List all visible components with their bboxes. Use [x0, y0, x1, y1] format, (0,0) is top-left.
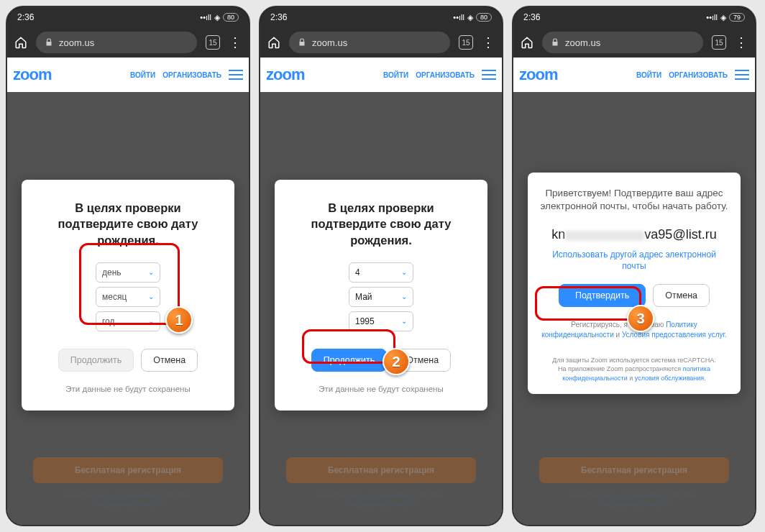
hamburger-icon[interactable] [229, 70, 243, 80]
chevron-down-icon: ⌄ [401, 317, 407, 325]
login-link[interactable]: ВОЙТИ [636, 71, 661, 79]
cancel-button[interactable]: Отмена [653, 284, 710, 307]
url-text: zoom.us [59, 37, 94, 48]
battery-indicator: 79 [729, 13, 745, 22]
browser-toolbar: zoom.us 15 ⋮ [7, 27, 249, 58]
tabs-button[interactable]: 15 [712, 35, 726, 50]
agreement-text: Регистрируясь, я принимаю Политику конфи… [539, 320, 729, 340]
tabs-button[interactable]: 15 [206, 35, 220, 50]
url-text: zoom.us [312, 37, 347, 48]
modal-title: В целях проверки подтвердите свою дату р… [36, 200, 220, 248]
wifi-icon: ◈ [720, 13, 726, 22]
cancel-button[interactable]: Отмена [141, 349, 198, 372]
chevron-down-icon: ⌄ [148, 268, 154, 276]
hamburger-icon[interactable] [735, 70, 749, 80]
lock-icon [45, 38, 53, 47]
login-link[interactable]: ВОЙТИ [383, 71, 408, 79]
menu-icon[interactable]: ⋮ [229, 35, 242, 50]
organize-link[interactable]: ОРГАНИЗОВАТЬ [162, 71, 221, 79]
lock-icon [298, 38, 306, 47]
chevron-down-icon: ⌄ [401, 268, 407, 276]
tabs-button[interactable]: 15 [459, 35, 473, 50]
terms-link[interactable]: Условия предоставления услуг [622, 331, 725, 339]
modal-footnote: Эти данные не будут сохранены [36, 385, 220, 393]
year-select[interactable]: год⌄ [96, 311, 160, 331]
captcha-terms-link[interactable]: условия обслуживания [635, 375, 704, 382]
organize-link[interactable]: ОРГАНИЗОВАТЬ [669, 71, 728, 79]
clock: 2:36 [17, 12, 34, 22]
hamburger-icon[interactable] [482, 70, 496, 80]
zoom-logo: zoom [266, 65, 304, 84]
organize-link[interactable]: ОРГАНИЗОВАТЬ [416, 71, 475, 79]
zoom-logo: zoom [13, 65, 51, 84]
dob-modal: В целях проверки подтвердите свою дату р… [22, 180, 234, 411]
url-field[interactable]: zoom.us [542, 32, 703, 53]
menu-icon[interactable]: ⋮ [735, 35, 748, 50]
continue-button[interactable]: Продолжить [58, 349, 134, 372]
confirm-email-modal: Приветствуем! Подтвердите ваш адрес элек… [528, 173, 741, 394]
url-text: zoom.us [565, 37, 600, 48]
status-bar: 2:36 ••ıll ◈ 80 [7, 7, 249, 27]
zoom-header: zoom ВОЙТИ ОРГАНИЗОВАТЬ [513, 58, 755, 92]
year-select[interactable]: 1995⌄ [349, 311, 413, 331]
phone-screenshot-3: 2:36 ••ıll ◈ 79 zoom.us 15 ⋮ zoom ВОЙТИ … [512, 6, 756, 526]
day-select[interactable]: день⌄ [96, 262, 160, 283]
signal-icon: ••ıll [453, 13, 464, 22]
month-select[interactable]: Май⌄ [349, 287, 413, 307]
phone-screenshot-2: 2:36 ••ıll ◈ 80 zoom.us 15 ⋮ zoom ВОЙТИ … [259, 6, 503, 526]
url-field[interactable]: zoom.us [289, 32, 450, 53]
clock: 2:36 [270, 12, 287, 22]
zoom-logo: zoom [519, 65, 557, 84]
continue-button[interactable]: Продолжить [311, 349, 387, 372]
modal-footnote: Эти данные не будут сохранены [289, 385, 473, 393]
confirm-button[interactable]: Подтвердить [559, 284, 646, 307]
battery-indicator: 80 [476, 13, 492, 22]
menu-icon[interactable]: ⋮ [482, 35, 495, 50]
zoom-header: zoom ВОЙТИ ОРГАНИЗОВАТЬ [260, 58, 502, 92]
status-bar: 2:36 ••ıll ◈ 79 [513, 7, 755, 27]
status-bar: 2:36 ••ıll ◈ 80 [260, 7, 502, 27]
email-redacted [565, 231, 644, 241]
wifi-icon: ◈ [214, 13, 220, 22]
modal-title: В целях проверки подтвердите свою дату р… [289, 200, 473, 248]
dob-modal: В целях проверки подтвердите свою дату р… [275, 180, 487, 411]
chevron-down-icon: ⌄ [148, 317, 154, 325]
browser-toolbar: zoom.us 15 ⋮ [260, 27, 502, 58]
email-display: knva95@list.ru [539, 227, 729, 242]
modal-title: Приветствуем! Подтвердите ваш адрес элек… [539, 187, 729, 213]
home-icon[interactable] [267, 36, 280, 49]
chevron-down-icon: ⌄ [401, 293, 407, 301]
signal-icon: ••ıll [706, 13, 718, 22]
clock: 2:36 [523, 12, 540, 22]
cancel-button[interactable]: Отмена [394, 349, 451, 372]
home-icon[interactable] [521, 36, 533, 49]
battery-indicator: 80 [223, 13, 239, 22]
login-link[interactable]: ВОЙТИ [130, 71, 155, 79]
month-select[interactable]: месяц⌄ [96, 287, 160, 307]
home-icon[interactable] [14, 36, 27, 49]
url-field[interactable]: zoom.us [36, 32, 197, 53]
use-other-email-link[interactable]: Использовать другой адрес электронной по… [539, 249, 729, 272]
recaptcha-notice: Для защиты Zoom используется система reC… [539, 356, 729, 383]
browser-toolbar: zoom.us 15 ⋮ [513, 27, 755, 58]
phone-screenshot-1: 2:36 ••ıll ◈ 80 zoom.us 15 ⋮ zoom ВОЙТИ … [6, 6, 250, 526]
chevron-down-icon: ⌄ [148, 293, 154, 301]
day-select[interactable]: 4⌄ [349, 262, 413, 283]
lock-icon [551, 38, 559, 47]
wifi-icon: ◈ [467, 13, 473, 22]
signal-icon: ••ıll [200, 13, 211, 22]
zoom-header: zoom ВОЙТИ ОРГАНИЗОВАТЬ [7, 58, 249, 92]
